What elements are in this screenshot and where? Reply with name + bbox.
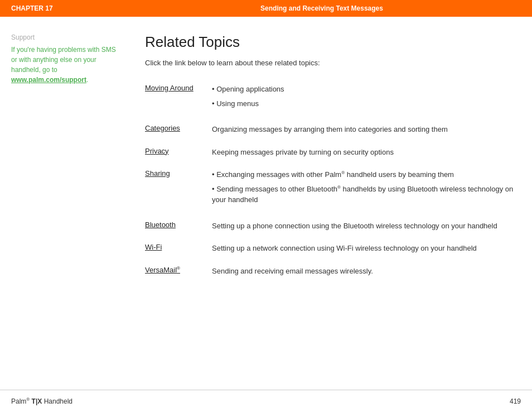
- page-title: Related Topics: [145, 33, 521, 51]
- row-spacer: [145, 234, 521, 239]
- support-text-1: If you're having problems with SMS or wi…: [11, 46, 116, 74]
- model-name: T|X: [32, 397, 42, 405]
- topic-link-cell: VersaMail®: [145, 262, 212, 280]
- chapter-label: CHAPTER 17: [11, 4, 123, 12]
- topic-link-categories[interactable]: Categories: [145, 124, 180, 132]
- list-item: Opening applications: [212, 84, 521, 95]
- topic-desc-cell: Sending and receiving email messages wir…: [212, 262, 521, 280]
- row-spacer: [145, 257, 521, 262]
- header-bar: CHAPTER 17 Sending and Receiving Text Me…: [0, 0, 532, 17]
- topic-link-cell: Categories: [145, 121, 212, 138]
- footer-brand: Palm® T|X Handheld: [11, 397, 72, 405]
- topic-desc-cell: Keeping messages private by turning on s…: [212, 143, 521, 161]
- table-row: Wi-Fi Setting up a network connection us…: [145, 239, 521, 257]
- list-item: Exchanging messages with other Palm® han…: [212, 169, 521, 180]
- support-label: Support: [11, 33, 123, 41]
- topic-link-moving-around[interactable]: Moving Around: [145, 84, 194, 92]
- footer: Palm® T|X Handheld 419: [0, 390, 532, 412]
- list-item: Sending messages to other Bluetooth® han…: [212, 184, 521, 205]
- table-row: Privacy Keeping messages private by turn…: [145, 143, 521, 161]
- topic-link-bluetooth[interactable]: Bluetooth: [145, 221, 176, 229]
- footer-page-number: 419: [510, 397, 521, 405]
- support-link[interactable]: www.palm.com/support: [11, 76, 86, 84]
- topic-link-cell: Privacy: [145, 143, 212, 161]
- topic-desc-cell: Exchanging messages with other Palm® han…: [212, 166, 521, 212]
- topic-desc-cell: Organizing messages by arranging them in…: [212, 121, 521, 138]
- row-spacer: [145, 160, 521, 166]
- topic-link-cell: Moving Around: [145, 80, 212, 115]
- topic-desc-cell: Setting up a network connection using Wi…: [212, 239, 521, 257]
- table-row: Moving Around Opening applications Using…: [145, 80, 521, 115]
- table-row: Categories Organizing messages by arrang…: [145, 121, 521, 138]
- table-row: VersaMail® Sending and receiving email m…: [145, 262, 521, 280]
- support-text-period: .: [86, 76, 88, 84]
- table-row: Bluetooth Setting up a phone connection …: [145, 217, 521, 234]
- row-spacer: [145, 138, 521, 143]
- topic-desc-cell: Setting up a phone connection using the …: [212, 217, 521, 234]
- list-item: Using menus: [212, 98, 521, 109]
- topic-link-cell: Wi-Fi: [145, 239, 212, 257]
- topics-table: Moving Around Opening applications Using…: [145, 80, 521, 279]
- sidebar: Support If you're having problems with S…: [11, 33, 134, 379]
- topic-link-versamail[interactable]: VersaMail®: [145, 266, 180, 274]
- topic-link-privacy[interactable]: Privacy: [145, 147, 169, 155]
- row-spacer: [145, 115, 521, 121]
- topic-link-wifi[interactable]: Wi-Fi: [145, 243, 162, 251]
- topic-link-sharing[interactable]: Sharing: [145, 169, 170, 178]
- main-content: Related Topics Click the link below to l…: [134, 33, 521, 379]
- row-spacer: [145, 212, 521, 217]
- topic-desc-cell: Opening applications Using menus: [212, 80, 521, 115]
- brand-name: Palm® T|X Handheld: [11, 397, 72, 405]
- intro-text: Click the link below to learn about thes…: [145, 59, 521, 67]
- topic-link-cell: Sharing: [145, 166, 212, 212]
- bullet-list: Exchanging messages with other Palm® han…: [212, 169, 521, 205]
- content-wrapper: Support If you're having problems with S…: [0, 17, 532, 390]
- support-text: If you're having problems with SMS or wi…: [11, 45, 123, 85]
- bullet-list: Opening applications Using menus: [212, 84, 521, 109]
- table-row: Sharing Exchanging messages with other P…: [145, 166, 521, 212]
- chapter-title: Sending and Receiving Text Messages: [123, 4, 521, 12]
- topic-link-cell: Bluetooth: [145, 217, 212, 234]
